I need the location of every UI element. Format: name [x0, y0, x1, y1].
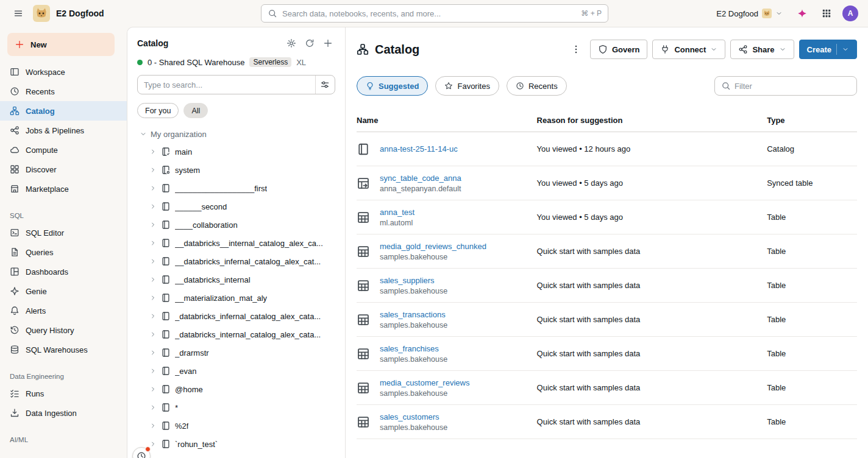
tree-item-collaboration[interactable]: ____collaboration [137, 216, 335, 234]
sidebar-item-sql-editor[interactable]: SQL Editor [0, 223, 127, 242]
tab-favorites[interactable]: Favorites [435, 76, 499, 96]
tree-item-main[interactable]: main [137, 143, 335, 161]
chevron-right-icon[interactable] [149, 386, 157, 393]
chevron-right-icon[interactable] [149, 166, 157, 174]
tree-item-databricks-internal-catalog-alex-cata[interactable]: _databricks_internal_catalog_alex_cata..… [137, 325, 335, 344]
tree-settings-button[interactable] [284, 36, 299, 51]
govern-button[interactable]: Govern [590, 40, 648, 59]
table-filter-input[interactable] [735, 82, 850, 91]
sidebar-item-compute[interactable]: Compute [0, 140, 127, 160]
tab-recents[interactable]: Recents [507, 76, 567, 96]
sidebar-item-runs[interactable]: Runs [0, 384, 127, 403]
column-header-reason-for-suggestion[interactable]: Reason for suggestion [537, 116, 767, 125]
create-button[interactable]: Create [799, 40, 857, 59]
chevron-right-icon[interactable] [149, 312, 157, 320]
tree-item-evan[interactable]: _evan [137, 362, 335, 380]
global-search-bar[interactable]: ⌘ + P [261, 4, 608, 23]
tab-suggested[interactable]: Suggested [357, 76, 428, 96]
column-header-type[interactable]: Type [767, 116, 857, 125]
more-actions-button[interactable] [567, 40, 585, 58]
row-name-link[interactable]: sales_customers [380, 412, 439, 421]
chevron-right-icon[interactable] [149, 148, 157, 155]
tree-item-databricks-internal-catalog-alex-ca[interactable]: __databricks__internal_catalog_alex_ca..… [137, 234, 335, 252]
table-row[interactable]: sales_transactionssamples.bakehouseQuick… [357, 303, 857, 337]
connect-button[interactable]: Connect [652, 40, 725, 59]
chevron-right-icon[interactable] [149, 221, 157, 228]
chevron-right-icon[interactable] [149, 404, 157, 411]
tree-search-input[interactable] [138, 76, 315, 94]
tree-item-databricks-infernal-catalog-alex-cat[interactable]: __databricks_infernal_catalog_alex_cat..… [137, 252, 335, 270]
chevron-right-icon[interactable] [149, 294, 157, 301]
tree-filter-button[interactable] [315, 76, 335, 94]
sidebar-item-queries[interactable]: Queries [0, 242, 127, 262]
new-button[interactable]: New [7, 33, 115, 56]
tree-item-item[interactable]: * [137, 398, 335, 417]
global-search-input[interactable] [282, 9, 576, 18]
sidebar-item-workspace[interactable]: Workspace [0, 62, 127, 82]
tree-item-2f[interactable]: %2f [137, 417, 335, 435]
column-header-name[interactable]: Name [357, 116, 537, 125]
table-filter-box[interactable] [714, 76, 857, 96]
table-row[interactable]: anna_testml.automlYou viewed • 5 days ag… [357, 200, 857, 234]
sidebar-toggle-button[interactable] [10, 5, 27, 22]
tree-item-first[interactable]: __________________first [137, 179, 335, 197]
chevron-right-icon[interactable] [149, 422, 157, 429]
tree-item-databricks-infernal-catalog-alex-cata[interactable]: _databricks_infernal_catalog_alex_cata..… [137, 307, 335, 325]
apps-button[interactable] [818, 5, 835, 22]
sidebar-item-genie[interactable]: Genie [0, 281, 127, 301]
tree-item-drarmstr[interactable]: _drarmstr [137, 344, 335, 362]
sidebar-item-marketplace[interactable]: Marketplace [0, 179, 127, 199]
sidebar-item-dashboards[interactable]: Dashboards [0, 262, 127, 281]
sidebar-item-alerts[interactable]: Alerts [0, 301, 127, 320]
sidebar-item-discover[interactable]: Discover [0, 160, 127, 179]
table-row[interactable]: sales_franchisessamples.bakehouseQuick s… [357, 337, 857, 371]
row-name-link[interactable]: sales_franchises [380, 344, 439, 353]
row-name-link[interactable]: anna_test [380, 208, 414, 217]
share-button[interactable]: Share [730, 40, 794, 59]
chevron-right-icon[interactable] [149, 331, 157, 338]
tree-item-home[interactable]: @home [137, 380, 335, 398]
row-name-link[interactable]: media_gold_reviews_chunked [380, 242, 486, 251]
table-row[interactable]: sync_table_code_annaanna_stepanyan.defau… [357, 166, 857, 200]
table-row[interactable]: anna-test-25-11-14-ucYou viewed • 12 hou… [357, 132, 857, 166]
chevron-right-icon[interactable] [149, 276, 157, 283]
user-avatar[interactable]: A [842, 5, 858, 21]
tree-item-workspace-6051921418418893[interactable]: ^workspace_6051921418418893 [137, 453, 335, 458]
row-name-link[interactable]: sales_transactions [380, 310, 446, 319]
table-row[interactable]: media_customer_reviewssamples.bakehouseQ… [357, 371, 857, 405]
chevron-right-icon[interactable] [149, 185, 157, 192]
row-name-link[interactable]: anna-test-25-11-14-uc [380, 144, 458, 153]
tree-item-second[interactable]: ______second [137, 197, 335, 216]
table-row[interactable]: media_gold_reviews_chunkedsamples.bakeho… [357, 234, 857, 269]
tree-item-system[interactable]: system [137, 161, 335, 179]
sidebar-item-query-history[interactable]: Query History [0, 320, 127, 340]
sidebar-item-recents[interactable]: Recents [0, 82, 127, 101]
workspace-switcher[interactable]: E2 Dogfood [713, 6, 786, 21]
sidebar-item-jobs-pipelines[interactable]: Jobs & Pipelines [0, 121, 127, 140]
assistant-button[interactable] [794, 5, 811, 22]
table-row[interactable]: sales_customerssamples.bakehouseQuick st… [357, 405, 857, 439]
sidebar-item-catalog[interactable]: Catalog [0, 101, 127, 121]
chevron-right-icon[interactable] [149, 349, 157, 356]
row-name-link[interactable]: media_customer_reviews [380, 378, 469, 387]
tree-root-my-organization[interactable]: My organization [137, 127, 335, 141]
filter-pill-for-you[interactable]: For you [137, 103, 179, 118]
tree-add-button[interactable] [321, 36, 335, 51]
row-name-link[interactable]: sync_table_code_anna [380, 174, 461, 183]
sidebar-item-sql-warehouses[interactable]: SQL Warehouses [0, 340, 127, 359]
tree-item-materialization-mat-aly[interactable]: __materialization_mat_aly [137, 289, 335, 307]
chevron-right-icon[interactable] [149, 239, 157, 247]
chevron-right-icon[interactable] [149, 203, 157, 210]
row-name-link[interactable]: sales_suppliers [380, 276, 435, 285]
table-row[interactable]: sales_supplierssamples.bakehouseQuick st… [357, 269, 857, 303]
warehouse-selector[interactable]: 0 - Shared SQL Warehouse Serverless XL [137, 55, 335, 69]
recents-float-button[interactable] [132, 447, 151, 458]
tree-item-rohun-test[interactable]: `rohun_test` [137, 435, 335, 453]
sidebar-item-data-ingestion[interactable]: Data Ingestion [0, 403, 127, 423]
chevron-right-icon[interactable] [149, 367, 157, 375]
tree-refresh-button[interactable] [302, 36, 317, 51]
chevron-right-icon[interactable] [149, 258, 157, 265]
tree-item-databricks-internal[interactable]: __databricks_internal [137, 270, 335, 289]
filter-pill-all[interactable]: All [183, 103, 208, 118]
chevron-right-icon[interactable] [149, 440, 157, 448]
